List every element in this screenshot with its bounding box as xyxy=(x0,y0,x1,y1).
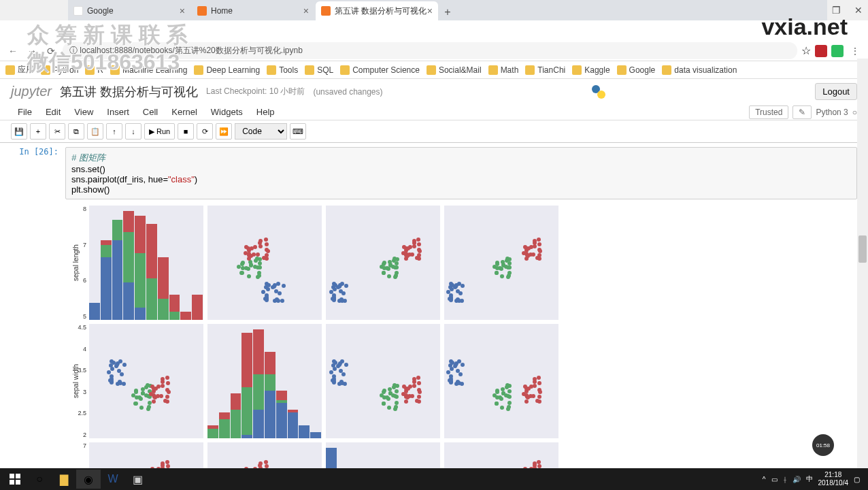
add-cell-button[interactable]: + xyxy=(30,123,46,140)
close-tab-icon[interactable]: × xyxy=(303,5,309,16)
jupyter-header: jupyter 第五讲 数据分析与可视化 Last Checkpoint: 10… xyxy=(0,79,868,104)
jupyter-logo[interactable]: jupyter xyxy=(11,84,52,99)
paste-button[interactable]: 📋 xyxy=(87,123,103,140)
svg-rect-5 xyxy=(16,480,20,485)
subplot xyxy=(325,205,441,321)
bookmark-kaggle[interactable]: Kaggle xyxy=(572,65,610,75)
folder-icon xyxy=(617,65,627,75)
tray-chevron-icon[interactable]: ^ xyxy=(763,476,766,483)
bookmarks-bar: 应用 Python R Machine Learning Deep Learni… xyxy=(0,61,868,79)
command-palette-button[interactable]: ⌨ xyxy=(290,123,306,140)
menu-view[interactable]: View xyxy=(67,104,100,120)
bookmark-ml[interactable]: Machine Learning xyxy=(110,65,187,75)
url-field[interactable]: ⓘ localhost:8888/notebooks/第五讲%20数据分析与可视… xyxy=(63,42,797,59)
vertical-scrollbar[interactable] xyxy=(857,59,868,468)
cut-button[interactable]: ✂ xyxy=(49,123,65,140)
jupyter-favicon xyxy=(197,6,207,16)
run-button[interactable]: ▶ Run xyxy=(144,123,175,140)
tray-battery-icon[interactable]: ▭ xyxy=(771,476,778,483)
move-up-button[interactable]: ↑ xyxy=(106,123,122,140)
folder-icon xyxy=(5,65,15,75)
subplot xyxy=(444,205,559,321)
save-button[interactable]: 💾 xyxy=(11,123,27,140)
subplot xyxy=(207,205,322,321)
bookmark-r[interactable]: R xyxy=(85,65,103,75)
new-tab-button[interactable]: + xyxy=(439,4,456,20)
folder-icon xyxy=(525,65,535,75)
bookmark-star-icon[interactable]: ☆ xyxy=(801,44,811,57)
bookmark-social[interactable]: Social&Mail xyxy=(427,65,482,75)
bookmark-dl[interactable]: Deep Learning xyxy=(194,65,260,75)
tab-notebook[interactable]: 第五讲 数据分析与可视化 × xyxy=(316,1,438,20)
bookmark-python[interactable]: Python xyxy=(41,65,78,75)
menu-widgets[interactable]: Widgets xyxy=(204,104,250,120)
bookmark-tianchi[interactable]: TianChi xyxy=(525,65,565,75)
code-input[interactable]: # 图矩阵 sns.set() sns.pairplot(df_iris, hu… xyxy=(65,147,857,199)
reload-button[interactable]: ⟳ xyxy=(44,44,59,59)
cell-type-select[interactable]: Code xyxy=(235,123,287,140)
chrome-menu-icon[interactable]: ⋮ xyxy=(848,44,863,59)
trusted-indicator[interactable]: Trusted xyxy=(749,105,788,119)
folder-icon xyxy=(41,65,50,75)
close-tab-icon[interactable]: × xyxy=(427,5,433,16)
tray-notifications-icon[interactable]: ▢ xyxy=(854,476,860,483)
menu-insert[interactable]: Insert xyxy=(100,104,136,120)
edit-mode-icon[interactable]: ✎ xyxy=(792,105,812,119)
bookmark-google[interactable]: Google xyxy=(617,65,656,75)
tray-wifi-icon[interactable]: ⟊ xyxy=(783,476,787,483)
tab-home[interactable]: Home × xyxy=(192,1,314,20)
evernote-icon[interactable] xyxy=(831,45,844,57)
tray-volume-icon[interactable]: 🔊 xyxy=(792,476,801,483)
menu-cell[interactable]: Cell xyxy=(136,104,165,120)
move-down-button[interactable]: ↓ xyxy=(125,123,141,140)
bookmark-math[interactable]: Math xyxy=(488,65,519,75)
tab-label: 第五讲 数据分析与可视化 xyxy=(335,5,427,17)
svg-rect-4 xyxy=(10,480,14,485)
tab-label: Home xyxy=(211,6,233,16)
subplot: 4.543.532.52 xyxy=(88,323,204,439)
notebook-title[interactable]: 第五讲 数据分析与可视化 xyxy=(60,84,198,100)
menu-file[interactable]: File xyxy=(11,104,39,120)
restart-button[interactable]: ⟳ xyxy=(197,123,213,140)
bookmark-apps[interactable]: 应用 xyxy=(5,64,34,76)
tray-ime[interactable]: 中 xyxy=(806,474,813,484)
close-tab-icon[interactable]: × xyxy=(180,5,185,16)
adblock-icon[interactable] xyxy=(815,45,827,57)
subplot: 8765 xyxy=(88,205,204,321)
restart-run-all-button[interactable]: ⏩ xyxy=(216,123,232,140)
menu-help[interactable]: Help xyxy=(250,104,282,120)
bookmark-tools[interactable]: Tools xyxy=(267,65,298,75)
tab-google[interactable]: Google × xyxy=(68,1,190,20)
close-window-button[interactable]: ✕ xyxy=(854,5,863,16)
menu-edit[interactable]: Edit xyxy=(39,104,67,120)
folder-icon xyxy=(340,65,350,75)
back-button[interactable]: ← xyxy=(5,44,20,59)
code-cell[interactable]: In [26]: # 图矩阵 sns.set() sns.pairplot(df… xyxy=(11,147,857,199)
kernel-status-icon: ○ xyxy=(852,108,857,117)
bookmark-cs[interactable]: Computer Science xyxy=(340,65,420,75)
task-explorer[interactable]: ▇ xyxy=(52,470,76,489)
svg-point-1 xyxy=(597,91,605,99)
folder-icon xyxy=(662,65,671,75)
jupyter-favicon xyxy=(321,6,331,16)
task-word[interactable]: W xyxy=(101,470,125,489)
menu-kernel[interactable]: Kernel xyxy=(165,104,204,120)
folder-icon xyxy=(110,65,120,75)
subplot xyxy=(444,323,559,439)
bookmark-dataviz[interactable]: data visualization xyxy=(662,65,737,75)
checkpoint-text: Last Checkpoint: 10 小时前 xyxy=(206,86,305,97)
scrollbar-thumb[interactable] xyxy=(858,235,867,263)
interrupt-button[interactable]: ■ xyxy=(178,123,194,140)
start-button[interactable] xyxy=(3,470,27,489)
forward-button[interactable]: → xyxy=(24,44,39,59)
task-terminal[interactable]: ▣ xyxy=(125,470,150,489)
bookmark-sql[interactable]: SQL xyxy=(305,65,333,75)
subplot xyxy=(325,323,441,439)
maximize-button[interactable]: ❐ xyxy=(832,5,841,16)
task-chrome[interactable]: ◉ xyxy=(76,470,101,489)
task-cortana[interactable]: ○ xyxy=(27,470,52,489)
kernel-name[interactable]: Python 3 xyxy=(816,108,848,117)
logout-button[interactable]: Logout xyxy=(815,83,857,100)
copy-button[interactable]: ⧉ xyxy=(68,123,84,140)
taskbar-clock[interactable]: 21:18 2018/10/4 xyxy=(818,471,849,487)
